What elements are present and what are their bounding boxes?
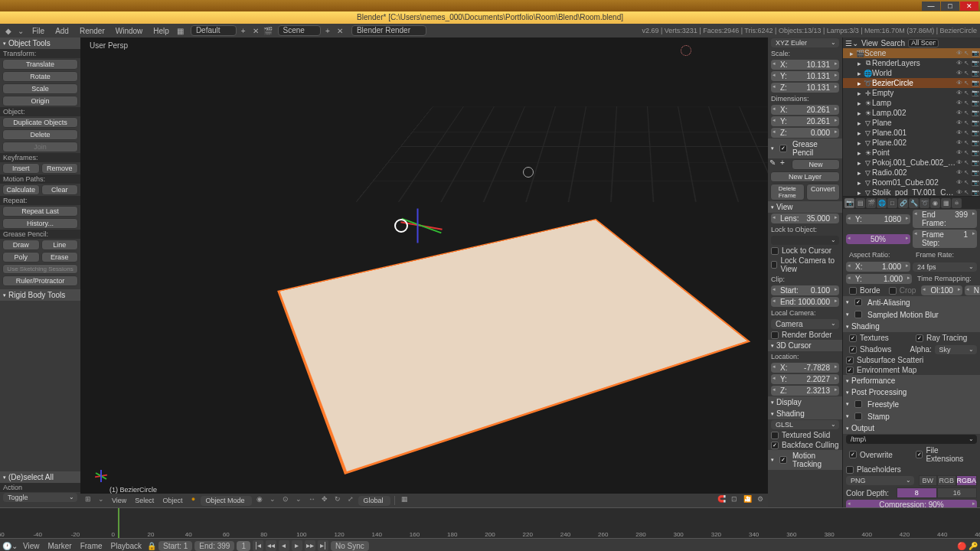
outliner-row[interactable]: ▸☀Point👁↖📷 bbox=[843, 148, 980, 158]
grease-pencil-panel-header[interactable]: Grease Pencil bbox=[768, 139, 842, 158]
current-frame-field[interactable]: 1 bbox=[237, 541, 250, 551]
raytracing-check[interactable]: Ray Tracing bbox=[913, 333, 977, 343]
tab-scene[interactable]: 🎬 bbox=[866, 198, 876, 208]
gp-convert-button[interactable]: Convert bbox=[806, 184, 841, 201]
cursor-x-field[interactable]: X:-7.7828 bbox=[771, 363, 839, 373]
tab-render-layers[interactable]: ▤ bbox=[855, 198, 865, 208]
scene-selector[interactable]: Scene bbox=[278, 25, 321, 36]
rigid-body-header[interactable]: Rigid Body Tools bbox=[0, 289, 80, 301]
outliner-view-menu[interactable]: View bbox=[861, 39, 878, 47]
outliner-row[interactable]: ▸▽Pokoj.001_Cube.002_Cube.0👁↖📷 bbox=[843, 158, 980, 168]
gizmo-center[interactable] bbox=[394, 219, 408, 233]
file-extensions-check[interactable]: File Extensions bbox=[913, 445, 977, 464]
tl-menu-playback[interactable]: Playback bbox=[108, 542, 145, 550]
tab-physics[interactable]: ⚛ bbox=[952, 198, 962, 208]
textures-check[interactable]: Textures bbox=[846, 333, 910, 343]
local-camera-field[interactable]: Camera bbox=[771, 319, 839, 329]
gear-icon[interactable]: ⚙ bbox=[755, 495, 766, 506]
play-reverse-button[interactable]: ◂ bbox=[279, 540, 289, 551]
keying-set-icon[interactable]: 🔑 bbox=[969, 542, 978, 550]
start-frame-field[interactable]: Start: 1 bbox=[158, 541, 192, 551]
bw-toggle[interactable]: BW bbox=[919, 475, 938, 486]
3d-viewport[interactable]: User Persp (1) BezierCircle ⊞ ⌄ View Sel… bbox=[80, 37, 768, 507]
lock-camera-check[interactable]: Lock Camera to View bbox=[768, 256, 842, 274]
menu-window[interactable]: Window bbox=[111, 27, 148, 35]
tl-menu-marker[interactable]: Marker bbox=[45, 542, 75, 550]
sync-mode-select[interactable]: No Sync bbox=[331, 541, 369, 551]
outliner-row[interactable]: ▸⧉RenderLayers👁↖📷 bbox=[843, 58, 980, 68]
join-button[interactable]: Join bbox=[2, 142, 78, 152]
antialiasing-header[interactable]: Anti-Aliasing bbox=[843, 296, 980, 308]
orientation-selector[interactable]: Global bbox=[358, 496, 390, 506]
crop-check[interactable]: Crop bbox=[900, 286, 916, 295]
outliner-row[interactable]: ▸✛Empty👁↖📷 bbox=[843, 88, 980, 98]
outliner-row[interactable]: ▸🌐World👁↖📷 bbox=[843, 68, 980, 78]
lock-object-field[interactable] bbox=[771, 236, 839, 245]
old-mapping-field[interactable]: Ol:100 bbox=[921, 285, 962, 295]
insert-keyframe-button[interactable]: Insert bbox=[2, 163, 40, 174]
gp-sketch-toggle[interactable]: Use Sketching Sessions bbox=[2, 264, 78, 274]
sss-check[interactable]: Subsurface Scatteri bbox=[843, 355, 980, 365]
frame-step-field[interactable]: Frame Step:1 bbox=[913, 230, 977, 248]
outliner-search-menu[interactable]: Search bbox=[881, 39, 906, 47]
jump-end-button[interactable]: ▸| bbox=[318, 540, 328, 551]
lens-field[interactable]: Lens:35.000 bbox=[771, 214, 839, 223]
gizmo-z-axis[interactable] bbox=[417, 209, 419, 243]
add-scene-icon[interactable]: + bbox=[322, 25, 333, 36]
tab-constraints[interactable]: 🔗 bbox=[898, 198, 908, 208]
freestyle-header[interactable]: Freestyle bbox=[843, 398, 980, 410]
object-tools-header[interactable]: Object Tools bbox=[0, 37, 80, 49]
performance-header[interactable]: Performance bbox=[843, 375, 980, 386]
layout-browse-icon[interactable]: ▦ bbox=[175, 25, 186, 36]
dim-x-field[interactable]: X:20.261 bbox=[771, 105, 839, 115]
3d-cursor-panel-header[interactable]: 3D Cursor bbox=[768, 340, 842, 351]
remove-layout-icon[interactable]: ✕ bbox=[250, 25, 261, 36]
keyframe-prev-button[interactable]: ◂◂ bbox=[266, 540, 276, 551]
vp-menu-object[interactable]: Object bbox=[159, 497, 185, 504]
envmap-check[interactable]: Environment Map bbox=[843, 365, 980, 375]
display-panel-header[interactable]: Display bbox=[768, 396, 842, 408]
end-frame-field[interactable]: End: 399 bbox=[194, 541, 234, 551]
render-preview-icon[interactable]: 🎦 bbox=[742, 495, 753, 506]
shading-icon[interactable]: ◉ bbox=[254, 495, 265, 506]
outliner-row[interactable]: ▸☀Lamp.002👁↖📷 bbox=[843, 108, 980, 118]
maximize-button[interactable]: □ bbox=[941, 2, 959, 11]
dim-z-field[interactable]: Z:0.000 bbox=[771, 128, 839, 138]
output-path-field[interactable]: /tmp\ bbox=[846, 435, 977, 444]
editor-dropdown-icon[interactable]: ⌄ bbox=[96, 495, 106, 506]
scene-browse-icon[interactable]: 🎬 bbox=[263, 25, 273, 36]
manip-translate-icon[interactable]: ✥ bbox=[319, 495, 330, 506]
output-header[interactable]: Output bbox=[843, 422, 980, 434]
pivot-icon[interactable]: ⊙ bbox=[280, 495, 291, 506]
tab-modifiers[interactable]: 🔧 bbox=[909, 198, 919, 208]
scale-x-field[interactable]: X:10.131 bbox=[771, 60, 839, 70]
editor-type-icon[interactable]: ☰⌄ bbox=[845, 39, 858, 47]
gp-poly-button[interactable]: Poly bbox=[2, 252, 40, 262]
motion-tracking-panel-header[interactable]: Motion Tracking bbox=[768, 450, 842, 470]
aspect-y-field[interactable]: Y:1.000 bbox=[846, 274, 912, 284]
remove-keyframe-button[interactable]: Remove bbox=[41, 163, 79, 174]
translate-button[interactable]: Translate bbox=[2, 59, 78, 70]
scale-y-field[interactable]: Y:10.131 bbox=[771, 71, 839, 81]
gp-line-button[interactable]: Line bbox=[41, 240, 79, 250]
calculate-button[interactable]: Calculate bbox=[2, 184, 40, 195]
tab-data[interactable]: ➰ bbox=[920, 198, 929, 208]
remove-scene-icon[interactable]: ✕ bbox=[335, 25, 345, 36]
outliner-filter-input[interactable] bbox=[908, 39, 939, 47]
keyframe-next-button[interactable]: ▸▸ bbox=[305, 540, 315, 551]
outliner-row[interactable]: ▸▽Stolik_pod_TV.001_Cube.0👁↖📷 bbox=[843, 187, 980, 196]
vp-menu-select[interactable]: Select bbox=[132, 497, 157, 504]
clear-button[interactable]: Clear bbox=[41, 184, 79, 195]
fps-select[interactable]: 24 fps bbox=[913, 262, 977, 272]
range-lock-icon[interactable]: 🔒 bbox=[147, 542, 156, 550]
outliner-tree[interactable]: ▸🎬Scene👁↖📷▸⧉RenderLayers👁↖📷▸🌐World👁↖📷▸➰B… bbox=[843, 48, 980, 196]
manip-scale-icon[interactable]: ⤢ bbox=[345, 495, 356, 506]
glsl-select[interactable]: GLSL bbox=[771, 420, 839, 429]
history-button[interactable]: History... bbox=[2, 218, 78, 229]
render-engine-selector[interactable]: Blender Render bbox=[351, 25, 426, 36]
tab-texture[interactable]: ▦ bbox=[941, 198, 951, 208]
clip-end-field[interactable]: End:1000.000 bbox=[771, 297, 839, 307]
jump-start-button[interactable]: |◂ bbox=[253, 540, 263, 551]
outliner-row[interactable]: ▸🎬Scene👁↖📷 bbox=[843, 48, 980, 58]
textured-solid-check[interactable]: Textured Solid bbox=[768, 430, 842, 440]
